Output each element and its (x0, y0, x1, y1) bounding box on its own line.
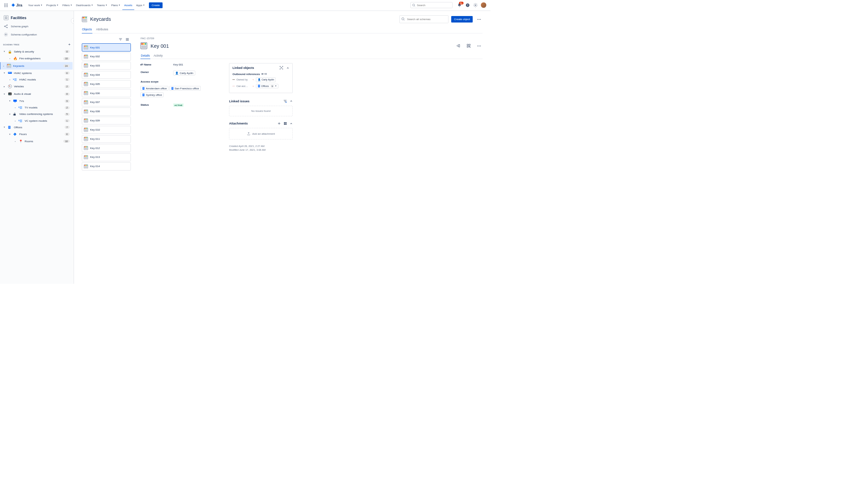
field-access-label: Access scope (141, 80, 173, 83)
svg-point-29 (7, 17, 7, 17)
object-card[interactable]: Key 011 (82, 135, 131, 143)
object-more-icon[interactable] (475, 42, 483, 49)
object-key: FAC-15709 (141, 37, 483, 40)
profile-avatar[interactable] (480, 2, 487, 8)
svg-text:?: ? (467, 4, 468, 7)
tree-hvac-systems[interactable]: ▾HVAC systems6 (1, 70, 72, 76)
grid-view-icon[interactable] (283, 122, 287, 125)
tree-keycards[interactable]: •Keycards24 (0, 62, 73, 69)
attachment-dropzone[interactable]: Add an attachment (229, 128, 292, 140)
object-card[interactable]: Key 003 (82, 62, 131, 70)
nav-your-work[interactable]: Your work ▼ (26, 1, 44, 10)
object-card[interactable]: Key 006 (82, 89, 131, 97)
more-actions-icon[interactable] (475, 16, 483, 23)
filter-issues-icon[interactable] (283, 99, 287, 103)
collapse-icon[interactable] (286, 67, 289, 70)
svg-point-27 (475, 5, 476, 6)
app-switcher[interactable] (3, 2, 9, 8)
nav-apps[interactable]: Apps ▼ (134, 1, 147, 10)
tree-rooms[interactable]: •📍Rooms10 (1, 138, 72, 144)
tree-tvs[interactable]: ▾TVs9 (1, 98, 72, 104)
sidebar-collapse-button[interactable]: ‹ (71, 18, 74, 23)
nav-projects[interactable]: Projects ▼ (44, 1, 60, 10)
svg-line-90 (282, 67, 282, 68)
add-attachment-icon[interactable] (277, 122, 281, 125)
global-search-input[interactable] (410, 2, 453, 8)
schema-config-link[interactable]: Schema configuration (0, 30, 74, 39)
created-meta: Created April 28, 2021, 2:27 AM (229, 144, 292, 148)
list-view-icon[interactable] (125, 38, 129, 41)
office-chip[interactable]: Sydney office (141, 92, 164, 97)
filter-icon[interactable] (118, 38, 122, 41)
nav-assets[interactable]: Assets (122, 1, 134, 10)
object-card[interactable]: Key 009 (82, 117, 131, 124)
notifications-icon[interactable]: 9+ (456, 2, 463, 8)
graph-view-icon[interactable] (279, 66, 283, 70)
owner-chip[interactable]: 👤Carly Aydin (173, 71, 195, 76)
svg-point-37 (7, 25, 8, 26)
collapse-icon[interactable] (290, 100, 293, 103)
create-button[interactable]: Create (149, 2, 163, 8)
svg-point-81 (477, 46, 478, 46)
field-name-label: 🏷Name (141, 63, 173, 66)
object-card[interactable]: Key 012 (82, 144, 131, 152)
settings-icon[interactable] (473, 2, 479, 8)
object-card[interactable]: Key 005 (82, 80, 131, 88)
svg-point-31 (7, 18, 7, 19)
tree-tv-models[interactable]: •TV models2 (1, 105, 72, 111)
tree-video-conferencing-systems[interactable]: ▾Video conferencing systems5 (1, 111, 72, 117)
tab-activity[interactable]: Activity (153, 53, 163, 59)
object-card[interactable]: Key 007 (82, 98, 131, 106)
svg-rect-103 (285, 122, 286, 123)
collapse-icon[interactable] (290, 122, 293, 125)
nav-dashboards[interactable]: Dashboards ▼ (74, 1, 95, 10)
svg-rect-102 (284, 122, 285, 123)
nav-teams[interactable]: Teams ▼ (95, 1, 110, 10)
tab-attributes[interactable]: Attributes (96, 27, 109, 33)
tab-details[interactable]: Details (141, 53, 150, 59)
tree-vc-system-models[interactable]: •VC system models1 (1, 118, 72, 124)
help-icon[interactable]: ? (465, 2, 471, 8)
jira-logo[interactable]: Jira (11, 3, 22, 8)
object-card[interactable]: Key 004 (82, 71, 131, 79)
office-chip[interactable]: Amsterdam office (141, 86, 168, 91)
tree-vehicles[interactable]: ▸Vehicles2 (1, 83, 72, 90)
object-card[interactable]: Key 013 (82, 153, 131, 161)
qr-icon[interactable] (465, 42, 472, 49)
tree-hvac-models[interactable]: •HVAC models1 (1, 77, 72, 82)
svg-point-18 (6, 5, 7, 6)
tree-safety-security[interactable]: ▾🔒Safety & security0 (1, 48, 72, 55)
object-card[interactable]: Key 002 (82, 52, 131, 60)
svg-text:📺tv: 📺tv (9, 93, 11, 95)
svg-point-28 (5, 17, 6, 17)
object-card[interactable]: Key 001 (82, 43, 131, 51)
svg-point-17 (4, 5, 5, 6)
tree-offices[interactable]: ▾Offices7 (1, 124, 72, 131)
svg-point-21 (6, 6, 7, 7)
svg-point-22 (7, 6, 8, 7)
create-object-button[interactable]: Create object (451, 16, 473, 22)
tree-fire-extinguishers[interactable]: •🔥Fire extinguishers10 (1, 55, 72, 62)
tree-audio-visual[interactable]: ▾📺tvAudio & visual0 (1, 90, 72, 98)
announce-icon[interactable] (455, 42, 462, 49)
nav-plans[interactable]: Plans ▼ (109, 1, 122, 10)
tree-floors[interactable]: ▾Floors6 (1, 131, 72, 138)
object-card[interactable]: Key 014 (82, 162, 131, 170)
svg-line-24 (414, 6, 415, 7)
add-schema-button[interactable]: + (68, 42, 71, 47)
tab-objects[interactable]: Objects (82, 27, 92, 33)
object-card[interactable]: Key 010 (82, 126, 131, 134)
svg-line-92 (282, 68, 282, 69)
ref-target[interactable]: 👤Carly Aydin (256, 78, 276, 82)
object-card[interactable]: Key 008 (82, 108, 131, 115)
office-chip[interactable]: San Francisco office (169, 86, 201, 91)
svg-point-68 (479, 19, 479, 19)
nav-filters[interactable]: Filters ▼ (60, 1, 74, 10)
svg-rect-105 (285, 124, 286, 125)
schema-graph-link[interactable]: Schema graph (0, 22, 74, 30)
ref-target[interactable]: Offices3 ▼ (256, 84, 278, 88)
schema-search-input[interactable] (400, 16, 449, 23)
svg-point-30 (5, 18, 6, 19)
status-badge: ACTIVE (173, 103, 184, 107)
svg-rect-53 (15, 102, 16, 102)
